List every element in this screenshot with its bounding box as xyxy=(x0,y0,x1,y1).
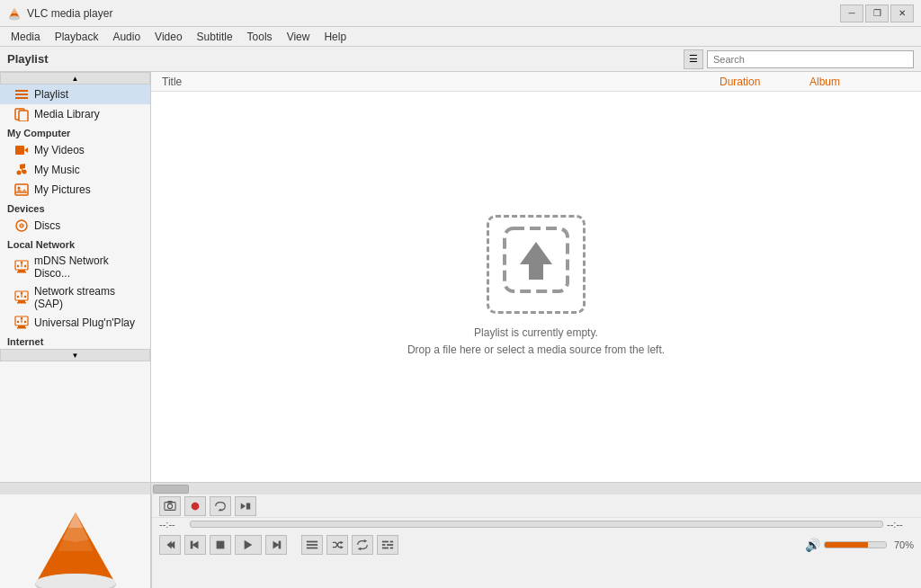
discs-icon xyxy=(14,218,29,233)
section-my-computer: My Computer xyxy=(0,124,150,140)
svg-rect-63 xyxy=(307,541,317,543)
playlist-label: Playlist xyxy=(7,52,49,66)
search-input[interactable] xyxy=(707,50,914,68)
svg-rect-4 xyxy=(15,94,28,95)
svg-rect-64 xyxy=(307,544,317,546)
svg-point-23 xyxy=(21,262,22,263)
lower-section: --:-- --:-- xyxy=(0,494,921,588)
progress-row: --:-- --:-- xyxy=(152,518,921,530)
stop-button[interactable] xyxy=(210,535,231,555)
menu-tools[interactable]: Tools xyxy=(240,29,280,45)
scroll-thumb[interactable] xyxy=(153,485,189,494)
playlist-icon xyxy=(14,87,29,102)
svg-rect-8 xyxy=(15,146,24,155)
sidebar-item-media-library[interactable]: Media Library xyxy=(0,104,150,124)
time-total: --:-- xyxy=(887,519,914,530)
menu-media[interactable]: Media xyxy=(4,29,48,45)
svg-marker-57 xyxy=(192,541,199,549)
sidebar-item-my-music[interactable]: My Music xyxy=(0,160,150,180)
loop-button[interactable] xyxy=(352,535,373,555)
svg-point-25 xyxy=(24,265,26,267)
snapshot-button[interactable] xyxy=(159,496,181,516)
svg-point-38 xyxy=(17,321,19,323)
svg-marker-68 xyxy=(364,539,368,543)
progress-bar[interactable] xyxy=(190,521,883,528)
title-bar: VLC media player ─ ❐ ✕ xyxy=(0,0,921,27)
svg-point-31 xyxy=(17,296,19,298)
prev-chapter-button[interactable] xyxy=(159,535,181,555)
main-scrollbar[interactable] xyxy=(151,482,921,494)
drop-zone[interactable] xyxy=(487,215,586,314)
svg-rect-72 xyxy=(387,544,393,546)
play-pause-button[interactable] xyxy=(235,535,262,555)
menu-bar: Media Playback Audio Video Subtitle Tool… xyxy=(0,27,921,47)
menu-subtitle[interactable]: Subtitle xyxy=(190,29,240,45)
my-pictures-icon xyxy=(14,183,29,197)
prev-track-button[interactable] xyxy=(184,535,206,555)
sidebar-scroll-up[interactable]: ▲ xyxy=(0,72,150,85)
volume-label: 70% xyxy=(894,539,914,550)
menu-playback[interactable]: Playback xyxy=(48,29,106,45)
sidebar-item-playlist[interactable]: Playlist xyxy=(0,85,150,104)
my-videos-icon xyxy=(14,143,29,157)
mdns-icon xyxy=(14,260,29,274)
svg-rect-58 xyxy=(191,541,193,549)
svg-rect-35 xyxy=(17,327,26,329)
playlist-columns: Title Duration Album xyxy=(151,72,921,92)
svg-point-2 xyxy=(9,15,20,20)
window-title: VLC media player xyxy=(27,7,840,20)
minimize-button[interactable]: ─ xyxy=(840,4,863,22)
svg-point-10 xyxy=(17,171,22,175)
svg-point-39 xyxy=(24,321,26,323)
svg-rect-71 xyxy=(390,541,394,543)
record-button[interactable] xyxy=(184,496,206,516)
maximize-button[interactable]: ❐ xyxy=(865,4,889,22)
sidebar-item-my-pictures[interactable]: My Pictures xyxy=(0,180,150,200)
close-button[interactable]: ✕ xyxy=(890,4,914,22)
svg-rect-59 xyxy=(217,541,225,549)
playlist-area: Title Duration Album Playlist is current… xyxy=(151,72,921,482)
volume-slider[interactable] xyxy=(824,541,887,548)
col-title-header: Title xyxy=(158,74,716,90)
sidebar-item-discs[interactable]: Discs xyxy=(0,216,150,236)
menu-help[interactable]: Help xyxy=(317,29,353,45)
section-local-network: Local Network xyxy=(0,236,150,252)
sidebar-discs-label: Discs xyxy=(34,219,60,232)
menu-video[interactable]: Video xyxy=(148,29,189,45)
frame-step-button[interactable] xyxy=(235,496,256,516)
loop-ab-button[interactable] xyxy=(210,496,231,516)
network-streams-icon xyxy=(14,290,29,305)
sidebar-item-mdns[interactable]: mDNS Network Disco... xyxy=(0,252,150,282)
time-elapsed: --:-- xyxy=(159,519,186,530)
svg-rect-13 xyxy=(15,184,28,195)
next-track-button[interactable] xyxy=(265,535,287,555)
sidebar-item-my-videos[interactable]: My Videos xyxy=(0,140,150,160)
sidebar-scroll-down[interactable]: ▼ xyxy=(0,349,150,361)
svg-rect-74 xyxy=(382,548,389,549)
svg-marker-69 xyxy=(358,548,362,551)
col-duration-header: Duration xyxy=(716,74,806,90)
scrollbar-area xyxy=(0,482,921,494)
sidebar-item-upnp[interactable]: Universal Plug'n'Play xyxy=(0,313,150,333)
svg-point-18 xyxy=(21,225,22,227)
toggle-playlist-button[interactable] xyxy=(301,535,323,555)
svg-rect-28 xyxy=(17,302,26,304)
svg-rect-75 xyxy=(390,548,394,549)
svg-rect-73 xyxy=(382,544,386,546)
app-icon xyxy=(7,6,22,21)
menu-view[interactable]: View xyxy=(280,29,317,45)
svg-point-32 xyxy=(24,296,26,298)
show-ext-settings-button[interactable] xyxy=(377,535,398,555)
random-button[interactable] xyxy=(326,535,348,555)
media-library-icon xyxy=(14,107,29,121)
playlist-view-button[interactable]: ☰ xyxy=(684,49,703,69)
sidebar-item-network-streams[interactable]: Network streams (SAP) xyxy=(0,282,150,313)
menu-audio[interactable]: Audio xyxy=(105,29,148,45)
svg-rect-3 xyxy=(15,90,28,92)
svg-marker-66 xyxy=(341,541,344,545)
section-internet: Internet xyxy=(0,333,150,349)
svg-point-51 xyxy=(192,502,200,510)
sidebar-playlist-label: Playlist xyxy=(34,88,68,101)
svg-marker-67 xyxy=(341,546,344,549)
svg-rect-7 xyxy=(19,111,28,121)
